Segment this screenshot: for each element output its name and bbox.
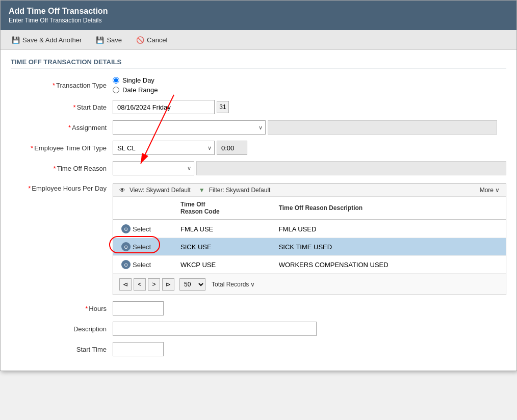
description-cell-wkcp: WORKERS COMPENSATION USED	[273, 256, 506, 274]
start-time-label: Start Time	[11, 346, 113, 353]
action-column-header	[113, 197, 174, 220]
single-day-option[interactable]: Single Day	[113, 76, 158, 84]
table-body: ⊙ Select FMLA USE FMLA USED	[113, 220, 506, 274]
start-date-label: Start Date	[11, 103, 113, 111]
hours-per-day-row: Employee Hours Per Day 👁 View: Skyward D…	[11, 181, 506, 295]
time-off-type-row: Employee Time Off Type SL CL	[11, 141, 506, 155]
assignment-select[interactable]	[113, 120, 266, 135]
section-title: TIME OFF TRANSACTION DETAILS	[11, 58, 506, 68]
save-button[interactable]: 💾 Save	[93, 34, 125, 45]
assignment-row: Assignment	[11, 120, 506, 135]
code-cell-wkcp: WKCP USE	[174, 256, 273, 274]
code-cell: FMLA USE	[174, 220, 273, 238]
hours-label: Hours	[11, 305, 113, 312]
start-date-row: Start Date 31	[11, 100, 506, 114]
time-off-hours-input[interactable]	[217, 141, 247, 155]
total-records-chevron: ∨	[250, 281, 255, 288]
code-column-label: Time OffReason Code	[180, 201, 220, 215]
modal-header: Add Time Off Transaction Enter Time Off …	[1, 1, 516, 30]
select-fmla-button[interactable]: ⊙ Select	[119, 223, 153, 234]
time-off-type-select[interactable]: SL CL	[113, 141, 215, 155]
table-row: ⊙ Select FMLA USE FMLA USED	[113, 220, 506, 238]
hours-input[interactable]	[113, 301, 164, 316]
select-wkcp-button[interactable]: ⊙ Select	[119, 259, 153, 270]
select-wkcp-label: Select	[133, 261, 151, 269]
cancel-label: Cancel	[147, 36, 167, 44]
select-sick-button[interactable]: ⊙ Select	[119, 241, 153, 252]
more-chevron-icon: ∨	[495, 187, 500, 194]
code-column-header: Time OffReason Code	[174, 197, 273, 220]
last-page-button[interactable]: ⊳	[162, 278, 174, 291]
cancel-icon: 🚫	[136, 36, 144, 44]
cancel-button[interactable]: 🚫 Cancel	[133, 34, 170, 45]
assignment-info-box	[268, 120, 497, 135]
eye-icon: 👁	[119, 187, 125, 194]
transaction-type-options: Single Day Date Range	[113, 76, 158, 94]
more-label: More	[480, 187, 494, 194]
assignment-label: Assignment	[11, 124, 113, 132]
description-label: Description	[11, 325, 113, 333]
modal-subtitle: Enter Time Off Transaction Details	[9, 17, 508, 24]
prev-page-button[interactable]: <	[134, 278, 146, 291]
select-sick-icon: ⊙	[121, 242, 131, 251]
description-column-label: Time Off Reason Description	[279, 204, 363, 212]
description-input[interactable]	[113, 322, 317, 336]
action-cell-wkcp: ⊙ Select	[113, 256, 174, 274]
date-range-option[interactable]: Date Range	[113, 86, 158, 94]
dropdown-panel: 👁 View: Skyward Default ▼ Filter: Skywar…	[113, 183, 506, 295]
form-content: TIME OFF TRANSACTION DETAILS Transaction…	[1, 50, 516, 371]
start-time-input[interactable]	[113, 342, 164, 356]
dropdown-toolbar-left: 👁 View: Skyward Default ▼ Filter: Skywar…	[119, 187, 270, 194]
time-off-reason-info-box	[196, 161, 506, 175]
save-label: Save	[107, 36, 122, 44]
time-off-reason-label: Time Off Reason	[11, 165, 113, 172]
calendar-number: 31	[219, 103, 226, 111]
date-range-radio[interactable]	[113, 87, 119, 93]
total-records-button[interactable]: Total Records ∨	[212, 281, 255, 288]
pagination: ⊲ < > ⊳ 50 25 100 Total Records ∨	[113, 274, 506, 295]
time-off-reason-row: Time Off Reason	[11, 161, 506, 175]
select-fmla-icon: ⊙	[121, 224, 131, 233]
time-off-type-label: Employee Time Off Type	[11, 144, 113, 152]
date-range-label: Date Range	[122, 86, 158, 94]
select-fmla-label: Select	[133, 225, 151, 233]
select-wkcp-icon: ⊙	[121, 260, 131, 269]
description-cell: FMLA USED	[273, 220, 506, 238]
start-time-row: Start Time	[11, 342, 506, 356]
transaction-type-row: Transaction Type Single Day Date Range	[11, 76, 506, 94]
single-day-radio[interactable]	[113, 77, 119, 84]
hours-row: Hours	[11, 301, 506, 316]
action-cell: ⊙ Select	[113, 220, 174, 238]
first-page-button[interactable]: ⊲	[119, 278, 132, 291]
time-off-type-wrapper: SL CL	[113, 141, 215, 155]
modal-container: Add Time Off Transaction Enter Time Off …	[0, 0, 517, 371]
code-cell-sick: SICK USE	[174, 238, 273, 256]
view-label: View: Skyward Default	[130, 187, 191, 194]
action-cell-sick: ⊙ Select	[113, 238, 174, 256]
time-off-reason-select[interactable]	[113, 161, 194, 175]
per-page-select[interactable]: 50 25 100	[179, 278, 205, 291]
dropdown-table: Time OffReason Code Time Off Reason Desc…	[113, 197, 506, 274]
save-add-label: Save & Add Another	[22, 36, 82, 44]
dropdown-toolbar: 👁 View: Skyward Default ▼ Filter: Skywar…	[113, 184, 506, 197]
select-sick-label: Select	[133, 243, 151, 251]
start-date-input[interactable]	[113, 100, 215, 114]
filter-button[interactable]: ▼ Filter: Skyward Default	[199, 187, 271, 194]
next-page-button[interactable]: >	[148, 278, 160, 291]
filter-icon: ▼	[199, 187, 205, 194]
description-cell-sick: SICK TIME USED	[273, 238, 506, 256]
hours-per-day-label: Employee Hours Per Day	[11, 181, 113, 192]
save-add-icon: 💾	[12, 36, 20, 44]
dropdown-area: 👁 View: Skyward Default ▼ Filter: Skywar…	[113, 181, 506, 295]
calendar-icon[interactable]: 31	[217, 101, 229, 113]
annotation-container: Time Off Reason	[11, 161, 506, 175]
filter-label: Filter: Skyward Default	[209, 187, 271, 194]
transaction-type-label: Transaction Type	[11, 82, 113, 89]
more-button[interactable]: More ∨	[480, 187, 500, 194]
save-add-button[interactable]: 💾 Save & Add Another	[9, 34, 85, 45]
view-button[interactable]: 👁 View: Skyward Default	[119, 187, 191, 194]
save-icon: 💾	[96, 36, 104, 44]
time-off-reason-wrapper	[113, 161, 194, 175]
table-header: Time OffReason Code Time Off Reason Desc…	[113, 197, 506, 220]
toolbar: 💾 Save & Add Another 💾 Save 🚫 Cancel	[1, 30, 516, 50]
